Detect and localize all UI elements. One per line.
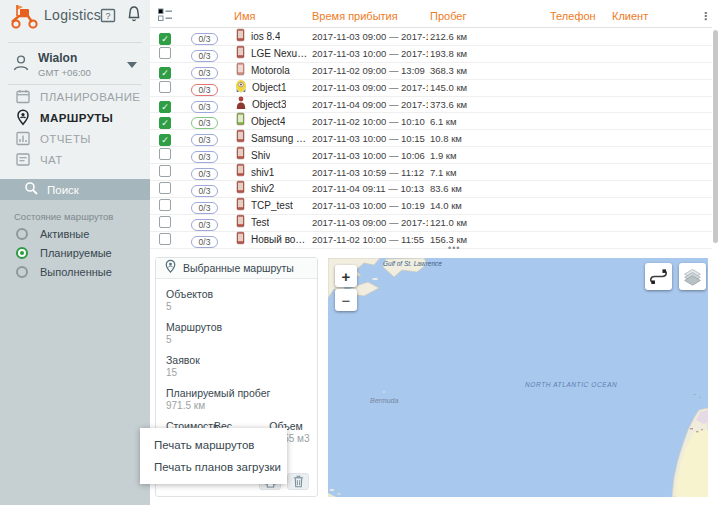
arrival-time: 2017-11-03 09:00 — 2017-11-...: [310, 82, 428, 93]
sidebar-item-planning[interactable]: ПЛАНИРОВАНИЕ: [0, 86, 150, 107]
arrival-time: 2017-11-03 10:59 — 11:12: [310, 167, 428, 178]
table-row[interactable]: 0/3shiv12017-11-03 10:59 — 11:127.1 км: [150, 164, 712, 181]
radio-icon[interactable]: [16, 228, 28, 240]
search-bar[interactable]: Поиск: [0, 179, 150, 200]
table-row[interactable]: 0/3Новый водитель2017-11-02 10:00 — 11:5…: [150, 232, 712, 249]
row-checkbox[interactable]: ✓: [159, 134, 171, 146]
route-count-badge: 0/3: [191, 84, 218, 96]
column-header-phone[interactable]: Телефон: [548, 7, 610, 25]
table-row[interactable]: ✓0/3Object42017-11-02 10:00 — 10:106.1 к…: [150, 113, 712, 130]
zoom-out-button[interactable]: −: [335, 289, 357, 311]
route-state-option[interactable]: Планируемые: [0, 246, 150, 259]
radio-icon[interactable]: [16, 247, 28, 259]
phone-red-icon: [235, 197, 246, 215]
sidebar-item-routes[interactable]: МАРШРУТЫ: [0, 107, 150, 128]
sidebar-item-reports[interactable]: ОТЧЕТЫ: [0, 128, 150, 149]
row-checkbox[interactable]: [159, 199, 171, 211]
svg-text:?: ?: [105, 11, 110, 21]
row-checkbox[interactable]: [159, 233, 171, 245]
table-row[interactable]: 0/3shiv22017-11-04 09:11 — 10:1383.6 км: [150, 181, 712, 198]
row-checkbox[interactable]: [159, 182, 171, 194]
stat-label: Маршрутов: [166, 321, 317, 334]
bell-icon[interactable]: [126, 5, 142, 24]
arrival-time: 2017-11-03 10:00 — 10:19: [310, 200, 428, 211]
row-checkbox[interactable]: [159, 216, 171, 228]
pin-icon: [15, 109, 32, 126]
phone-red-icon: [235, 180, 246, 198]
unit-name: Shiv: [251, 150, 270, 161]
route-track-button[interactable]: [645, 263, 672, 290]
route-count-badge: 0/3: [191, 236, 218, 248]
layers-button[interactable]: [679, 263, 706, 290]
route-count-badge: 0/3: [191, 151, 218, 163]
select-all-icon[interactable]: [150, 8, 184, 24]
delete-button[interactable]: [287, 473, 309, 490]
table-row[interactable]: 0/3Shiv2017-11-03 10:00 — 10:061.9 км: [150, 147, 712, 164]
row-checkbox[interactable]: ✓: [159, 67, 171, 79]
unit-name: Test: [251, 217, 269, 228]
unit-name: Object3: [252, 99, 286, 110]
table-row[interactable]: 0/3LGE Nexus 52017-11-03 10:00 — 2017-11…: [150, 46, 712, 63]
table-row[interactable]: ✓0/3Samsung GT-I93...2017-11-03 10:00 — …: [150, 130, 712, 147]
arrival-time: 2017-11-04 09:11 — 10:13: [310, 183, 428, 194]
table-menu-icon[interactable]: ⋮: [698, 7, 712, 25]
stat-label: Заявок: [166, 354, 317, 367]
row-checkbox[interactable]: ✓: [159, 33, 171, 45]
help-box-icon[interactable]: ?: [99, 6, 117, 24]
mileage-value: 1.9 км: [428, 150, 548, 161]
divider: [8, 42, 142, 43]
panel-stat: Заявок15: [166, 354, 317, 379]
panel-stat: Объектов5: [166, 288, 317, 313]
mileage-value: 6.1 км: [428, 116, 548, 127]
sidebar-menu: ПЛАНИРОВАНИЕМАРШРУТЫОТЧЕТЫЧАТ: [0, 86, 150, 170]
radio-label: Активные: [40, 228, 89, 240]
user-dropdown-caret-icon[interactable]: [127, 62, 137, 68]
row-checkbox[interactable]: [159, 165, 171, 177]
splitter-handle[interactable]: •••: [448, 243, 460, 253]
phone-pink-icon: [235, 62, 246, 80]
calendar-icon: [15, 88, 32, 105]
radio-label: Выполненные: [40, 266, 112, 278]
stat-label: Объектов: [166, 288, 317, 301]
row-checkbox[interactable]: [159, 47, 171, 59]
mileage-value: 14.0 км: [428, 200, 548, 211]
sidebar-item-label: ЧАТ: [40, 154, 63, 166]
column-header-client[interactable]: Клиент: [610, 7, 698, 25]
sidebar-item-label: ОТЧЕТЫ: [40, 133, 91, 145]
sidebar: Logistics ? Wialon GMT +06:00 ПЛАНИРОВАН…: [0, 0, 150, 505]
user-row[interactable]: Wialon GMT +06:00: [0, 48, 150, 82]
column-header-name[interactable]: Имя: [232, 7, 310, 25]
map[interactable]: Gulf of St. Lawrence NORTH ATLANTIC OCEA…: [328, 258, 708, 497]
table-row[interactable]: 0/3Object12017-11-03 09:00 — 2017-11-...…: [150, 80, 712, 97]
table-row[interactable]: 0/3Test2017-11-03 09:00 — 2017-11-...121…: [150, 215, 712, 232]
column-header-mileage[interactable]: Пробег: [428, 7, 548, 25]
row-checkbox[interactable]: ✓: [159, 117, 171, 129]
row-checkbox[interactable]: [159, 81, 171, 93]
context-menu-item[interactable]: Печать маршрутов: [140, 434, 287, 456]
sidebar-item-chat[interactable]: ЧАТ: [0, 149, 150, 170]
table-row[interactable]: 0/3TCP_test2017-11-03 10:00 — 10:1914.0 …: [150, 198, 712, 215]
route-state-option[interactable]: Выполненные: [0, 265, 150, 278]
context-menu-item[interactable]: Печать планов загрузки: [140, 456, 287, 478]
table-row[interactable]: ✓0/3Motorola2017-11-02 09:00 — 13:09368.…: [150, 63, 712, 80]
radio-icon[interactable]: [16, 266, 28, 278]
route-state-label: Состояние маршрутов: [14, 211, 113, 222]
unit-name: Новый водитель: [251, 234, 310, 245]
route-count-badge: 0/3: [191, 185, 218, 197]
zoom-in-button[interactable]: +: [335, 265, 357, 287]
context-menu: Печать маршрутовПечать планов загрузки: [140, 428, 287, 484]
column-header-arrival[interactable]: Время прибытия: [310, 7, 428, 25]
arrival-time: 2017-11-03 10:00 — 10:06: [310, 150, 428, 161]
stat-label: Планируемый пробег: [166, 387, 317, 400]
route-count-badge: 0/3: [191, 50, 218, 62]
route-state-option[interactable]: Активные: [0, 227, 150, 240]
table-row[interactable]: ✓0/3Object32017-11-04 09:00 — 2017-11-..…: [150, 97, 712, 114]
row-checkbox[interactable]: ✓: [159, 101, 171, 113]
unit-name: LGE Nexus 5: [251, 48, 310, 59]
route-state-options: АктивныеПланируемыеВыполненные: [0, 227, 150, 284]
table-row[interactable]: ✓0/3ios 8.42017-11-03 09:00 — 2017-11-..…: [150, 29, 712, 46]
table-scrollbar[interactable]: [713, 30, 718, 243]
row-checkbox[interactable]: [159, 148, 171, 160]
panel-title: Выбранные маршруты: [183, 262, 294, 274]
radio-label: Планируемые: [40, 247, 112, 259]
